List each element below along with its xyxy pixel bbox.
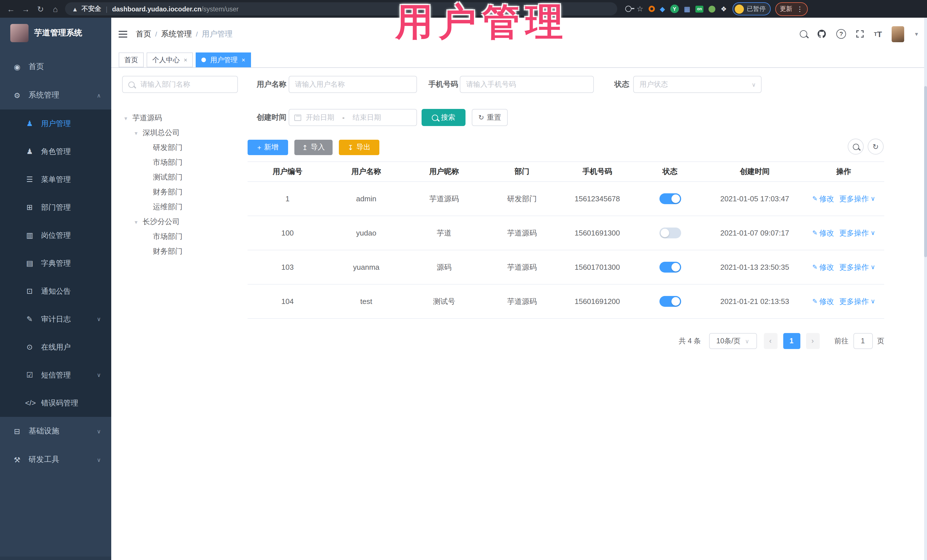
date-range-picker[interactable]: 开始日期 - 结束日期	[289, 109, 417, 126]
menu-audit-log[interactable]: ✎ 审计日志 ∨	[0, 305, 111, 333]
export-button[interactable]: ↧ 导出	[339, 140, 379, 155]
tab-home[interactable]: 首页	[119, 52, 144, 67]
prev-page-button[interactable]: ‹	[764, 333, 777, 349]
menu-role-mgmt[interactable]: ♟ 角色管理	[0, 137, 111, 165]
orange-ring-extension-icon[interactable]	[648, 6, 655, 12]
menu-dept-mgmt[interactable]: ⊞ 部门管理	[0, 193, 111, 221]
menu-dev-tools[interactable]: ⚒ 研发工具 ∨	[0, 445, 111, 474]
font-size-icon[interactable]: TT	[874, 29, 882, 38]
help-icon[interactable]: ?	[836, 29, 846, 39]
status-toggle[interactable]	[659, 262, 681, 273]
tree-node[interactable]: 市场部门	[122, 229, 242, 244]
reset-button[interactable]: ↻ 重置	[472, 109, 508, 126]
menu-post-mgmt[interactable]: ▥ 岗位管理	[0, 221, 111, 249]
toggle-search-button[interactable]	[848, 138, 864, 155]
tree-node[interactable]: 市场部门	[122, 155, 242, 170]
address-bar[interactable]: ▲ 不安全 | dashboard.yudao.iocoder.cn/syste…	[65, 2, 617, 15]
switch-on-extension-icon[interactable]: on	[695, 5, 704, 12]
tree-caret-icon[interactable]: ▾	[135, 130, 143, 136]
menu-home[interactable]: ◉ 首页	[0, 52, 111, 81]
cell-phone: 15601691200	[561, 297, 634, 306]
tab-close-icon[interactable]: ×	[184, 56, 187, 63]
gem-extension-icon[interactable]: ◆	[660, 5, 665, 13]
browser-menu-icon[interactable]: ⋮	[796, 5, 803, 13]
tree-node[interactable]: ▾ 长沙分公司	[122, 214, 242, 229]
edit-link[interactable]: ✎修改	[812, 296, 834, 307]
more-actions-link[interactable]: 更多操作∨	[839, 228, 875, 238]
tree-node[interactable]: 财务部门	[122, 185, 242, 200]
more-actions-link[interactable]: 更多操作∨	[839, 296, 875, 307]
cell-nickname: 源码	[405, 262, 483, 272]
tab-user-mgmt[interactable]: 用户管理 ×	[196, 52, 251, 67]
mobile-input[interactable]	[460, 80, 593, 88]
status-select[interactable]: 用户状态 ∨	[633, 76, 761, 93]
browser-update-button[interactable]: 更新 ⋮	[775, 2, 808, 16]
tree-node[interactable]: 研发部门	[122, 140, 242, 155]
scrollbar-track[interactable]	[924, 18, 927, 560]
username-input[interactable]	[289, 80, 416, 88]
tree-caret-icon[interactable]: ▾	[125, 115, 132, 121]
edit-link[interactable]: ✎修改	[812, 194, 834, 204]
scrollbar-thumb[interactable]	[924, 86, 927, 257]
avatar-dropdown-icon[interactable]: ▼	[914, 31, 919, 37]
tree-caret-icon[interactable]: ▾	[135, 219, 143, 225]
puzzle-extensions-icon[interactable]: ❖	[720, 5, 727, 13]
status-toggle[interactable]	[659, 296, 681, 307]
search-button[interactable]: 搜索	[422, 109, 465, 126]
logo-row[interactable]: 芋道管理系统	[0, 18, 111, 49]
menu-sms-mgmt[interactable]: ☑ 短信管理 ∨	[0, 361, 111, 389]
next-page-button[interactable]: ›	[806, 333, 819, 349]
goto-page-input[interactable]	[853, 333, 872, 349]
status-toggle[interactable]	[659, 228, 681, 238]
import-button[interactable]: ↥ 导入	[294, 140, 333, 155]
menu-user-mgmt[interactable]: ♟ 用户管理	[0, 109, 111, 137]
leaf-extension-icon[interactable]	[708, 5, 715, 12]
menu-item-label: 基础设施	[29, 426, 59, 436]
tree-node[interactable]: ▾ 深圳总公司	[122, 126, 242, 140]
bookmark-star-icon[interactable]: ☆	[637, 5, 643, 13]
refresh-table-button[interactable]: ↻	[868, 138, 884, 155]
tab-profile[interactable]: 个人中心 ×	[147, 52, 193, 67]
menu-online-users[interactable]: ⊙ 在线用户	[0, 333, 111, 361]
hamburger-icon[interactable]	[119, 30, 127, 37]
green-extension-icon[interactable]: Y	[670, 5, 679, 13]
tree-node[interactable]: 运维部门	[122, 200, 242, 214]
breadcrumb-home[interactable]: 首页	[136, 29, 151, 39]
home-icon[interactable]: ⌂	[48, 4, 63, 14]
breadcrumb-system[interactable]: 系统管理	[161, 29, 192, 39]
edit-link[interactable]: ✎修改	[812, 262, 834, 272]
dept-search-input[interactable]	[139, 80, 237, 89]
tree-node[interactable]: 测试部门	[122, 170, 242, 185]
fullscreen-icon[interactable]	[856, 30, 864, 38]
github-icon[interactable]	[817, 29, 827, 39]
page-number-1[interactable]: 1	[783, 333, 800, 349]
col-phone: 手机号码	[561, 167, 634, 177]
user-avatar[interactable]	[892, 26, 904, 42]
more-actions-link[interactable]: 更多操作∨	[839, 262, 875, 272]
menu-error-code[interactable]: </> 错误码管理	[0, 389, 111, 417]
menu-system-mgmt[interactable]: ⚙ 系统管理 ∧	[0, 81, 111, 109]
menu-item-icon: ⊡	[25, 287, 34, 295]
key-icon[interactable]	[625, 6, 632, 12]
tree-node[interactable]: 财务部门	[122, 244, 242, 259]
reload-icon[interactable]: ↻	[33, 4, 48, 14]
tab-close-icon[interactable]: ×	[242, 56, 245, 63]
back-icon[interactable]: ←	[3, 4, 18, 14]
cell-actions: ✎修改 更多操作∨	[803, 194, 884, 204]
menu-menu-mgmt[interactable]: ☰ 菜单管理	[0, 165, 111, 193]
more-actions-link[interactable]: 更多操作∨	[839, 194, 875, 204]
forward-icon[interactable]: →	[18, 4, 33, 14]
page-size-select[interactable]: 10条/页 ∨	[709, 333, 757, 349]
status-toggle[interactable]	[659, 193, 681, 204]
browser-profile-chip[interactable]: 已暂停	[732, 2, 771, 15]
grid-extension-icon[interactable]: ▦	[684, 5, 690, 13]
tree-node[interactable]: ▾ 芋道源码	[122, 111, 242, 126]
menu-notice[interactable]: ⊡ 通知公告	[0, 277, 111, 305]
menu-infrastructure[interactable]: ⊟ 基础设施 ∨	[0, 417, 111, 445]
menu-dict-mgmt[interactable]: ▤ 字典管理	[0, 249, 111, 277]
breadcrumb-separator: /	[196, 30, 198, 38]
add-button[interactable]: + 新增	[248, 140, 288, 155]
edit-link[interactable]: ✎修改	[812, 228, 834, 238]
header-search-icon[interactable]	[800, 30, 807, 38]
date-range-separator: -	[342, 114, 345, 121]
